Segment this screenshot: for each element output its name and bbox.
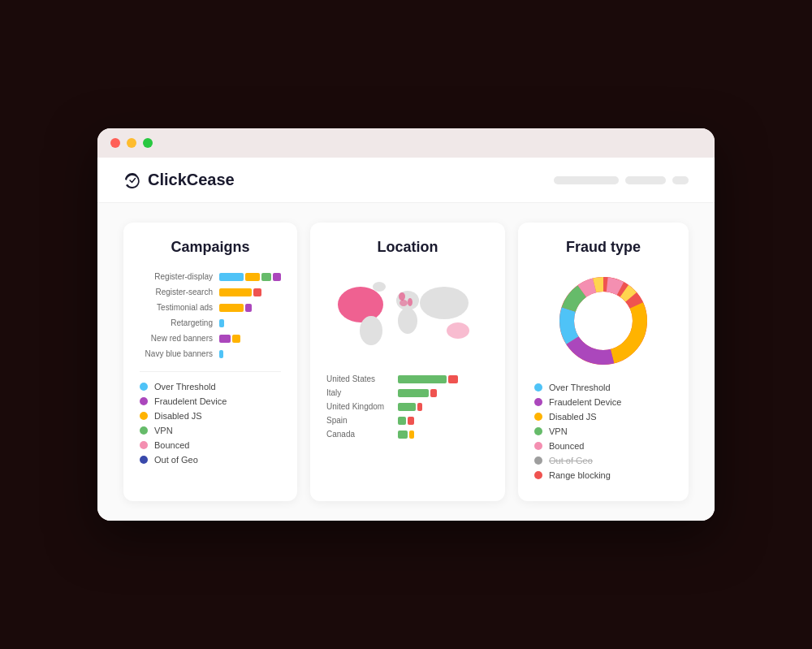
- campaigns-rows: Register-displayRegister-searchTestimoni…: [140, 272, 281, 358]
- main-content: Campaigns Register-displayRegister-searc…: [97, 203, 715, 521]
- bar-segment: [245, 273, 260, 281]
- campaign-bars: [219, 273, 281, 281]
- fraud-legend-item: Disabled JS: [534, 412, 672, 422]
- bar-segment: [417, 403, 422, 411]
- campaign-row: Retargeting: [140, 318, 281, 327]
- location-row: United Kingdom: [326, 402, 489, 411]
- fraud-legend-item: Fraudelent Device: [534, 397, 672, 407]
- app-name: ClickCease: [148, 171, 235, 189]
- header-pill-1: [554, 176, 619, 184]
- legend-dot: [140, 441, 148, 449]
- svg-point-3: [420, 287, 469, 319]
- fraud-legend-dot: [534, 427, 542, 435]
- location-bars: [398, 375, 458, 383]
- svg-point-9: [400, 300, 408, 306]
- location-bars: [398, 431, 414, 439]
- campaign-bars: [219, 335, 240, 343]
- fraud-title: Fraud type: [534, 239, 672, 256]
- fraud-legend-dot: [534, 471, 542, 479]
- location-row: Italy: [326, 388, 489, 397]
- location-title: Location: [326, 239, 489, 256]
- location-label: Italy: [326, 388, 391, 397]
- header-pill-3: [672, 176, 689, 184]
- fraud-legend-dot: [534, 456, 542, 465]
- location-label: United States: [326, 374, 391, 383]
- traffic-light-red[interactable]: [110, 138, 120, 148]
- bar-segment: [253, 288, 261, 296]
- campaigns-title: Campaigns: [140, 239, 281, 256]
- location-label: Canada: [326, 430, 391, 439]
- browser-titlebar: [97, 128, 715, 158]
- fraud-legend-dot: [534, 398, 542, 406]
- traffic-light-yellow[interactable]: [127, 138, 136, 148]
- world-map: [326, 272, 489, 361]
- legend-item: Bounced: [140, 440, 281, 450]
- campaign-bars: [219, 319, 224, 327]
- app-header: ClickCease: [97, 158, 715, 203]
- campaign-row: Register-search: [140, 288, 281, 296]
- bar-segment: [245, 304, 252, 312]
- svg-point-0: [338, 287, 383, 322]
- fraud-legend-label: VPN: [549, 426, 568, 436]
- svg-point-6: [373, 282, 386, 292]
- campaign-row: New red banners: [140, 334, 281, 343]
- location-row: Canada: [326, 430, 489, 439]
- bar-segment: [398, 403, 416, 411]
- location-row: United States: [326, 374, 489, 383]
- campaigns-card: Campaigns Register-displayRegister-searc…: [123, 223, 297, 501]
- legend-dot: [140, 397, 148, 405]
- bar-segment: [219, 350, 223, 358]
- bar-segment: [232, 335, 240, 343]
- svg-point-4: [360, 316, 382, 345]
- fraud-card: Fraud type: [518, 223, 689, 501]
- campaign-label: Retargeting: [140, 318, 213, 327]
- svg-point-8: [408, 298, 412, 306]
- bar-segment: [219, 335, 231, 343]
- donut-chart: [555, 272, 652, 370]
- bar-segment: [398, 375, 447, 383]
- campaign-label: Register-display: [140, 272, 213, 281]
- legend-dot: [140, 383, 148, 391]
- legend-label: Out of Geo: [154, 455, 198, 465]
- logo: ClickCease: [123, 171, 235, 189]
- browser-content: ClickCease Campaigns Register-displayReg…: [97, 158, 715, 521]
- fraud-legend-label: Range blocking: [549, 470, 611, 480]
- fraud-legend-label: Bounced: [549, 441, 584, 451]
- svg-point-5: [447, 322, 469, 339]
- fraud-legend-label: Fraudelent Device: [549, 397, 621, 407]
- bar-segment: [398, 431, 408, 439]
- bar-segment: [219, 288, 252, 296]
- campaign-label: Navy blue banners: [140, 349, 213, 358]
- browser-window: ClickCease Campaigns Register-displayReg…: [97, 128, 715, 521]
- bar-segment: [398, 417, 406, 425]
- location-bars: [398, 389, 437, 397]
- bar-segment: [430, 389, 437, 397]
- bar-segment: [261, 273, 271, 281]
- header-controls: [554, 176, 689, 184]
- traffic-light-green[interactable]: [143, 138, 153, 148]
- legend-label: Disabled JS: [154, 411, 202, 421]
- legend-label: VPN: [154, 426, 173, 435]
- campaign-label: Register-search: [140, 288, 213, 296]
- location-card: Location: [310, 223, 505, 501]
- campaign-bars: [219, 350, 223, 358]
- campaigns-legend: Over ThresholdFraudelent DeviceDisabled …: [140, 371, 281, 465]
- legend-item: Disabled JS: [140, 411, 281, 421]
- fraud-legend-dot: [534, 383, 542, 392]
- svg-point-2: [398, 308, 417, 334]
- legend-label: Fraudelent Device: [154, 396, 227, 406]
- campaign-row: Testimonial ads: [140, 303, 281, 312]
- legend-item: VPN: [140, 426, 281, 435]
- location-rows: United StatesItalyUnited KingdomSpainCan…: [326, 374, 489, 439]
- svg-point-18: [577, 295, 629, 347]
- fraud-legend-label: Out of Geo: [549, 456, 593, 465]
- fraud-legend-item: VPN: [534, 426, 672, 436]
- bar-segment: [219, 304, 244, 312]
- location-row: Spain: [326, 416, 489, 425]
- location-bars: [398, 417, 414, 425]
- bar-segment: [219, 319, 224, 327]
- bar-segment: [398, 389, 429, 397]
- campaign-bars: [219, 288, 261, 296]
- fraud-legend-label: Disabled JS: [549, 412, 597, 422]
- location-label: United Kingdom: [326, 402, 391, 411]
